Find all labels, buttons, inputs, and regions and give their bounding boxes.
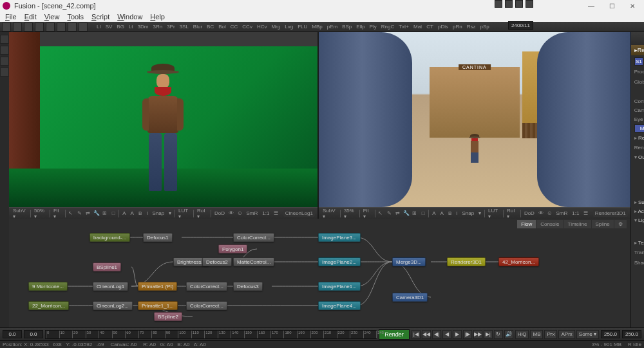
zoom-dropdown[interactable]: 50% ▾ xyxy=(33,208,48,219)
node-colorcorrect2[interactable]: ColorCorrect... xyxy=(186,282,227,291)
channel-A[interactable]: A xyxy=(431,210,437,216)
channel-A[interactable]: A xyxy=(439,210,445,216)
viewer-tool-icon[interactable]: □ xyxy=(420,210,426,217)
enable-lighting-check[interactable]: Enable Lighting xyxy=(639,226,644,237)
inspector-header[interactable]: Renderer3D1 xyxy=(631,45,644,55)
tool-CT[interactable]: CT xyxy=(425,24,435,30)
channel-I[interactable]: I xyxy=(145,210,149,216)
channel-normal[interactable]: Normal xyxy=(639,170,644,176)
rail-button[interactable] xyxy=(0,68,9,77)
tool-Mrg[interactable]: Mrg xyxy=(270,24,281,30)
channel-objectid[interactable]: ObjectID xyxy=(639,177,644,183)
tool-pSp[interactable]: pSp xyxy=(479,24,491,30)
tool-CC[interactable]: CC xyxy=(229,24,240,30)
copy-icon[interactable] xyxy=(46,23,55,32)
target-icon[interactable]: ⊙ xyxy=(236,210,243,217)
timeline-start[interactable]: 0.0 xyxy=(3,330,22,338)
tool-SV[interactable]: SV xyxy=(104,24,114,30)
rail-button[interactable] xyxy=(0,57,9,66)
eye-mono[interactable]: Mono xyxy=(634,124,644,133)
view-icon[interactable]: 👁 xyxy=(228,210,234,217)
tool-Lt[interactable]: Lt xyxy=(128,24,135,30)
rail-button[interactable] xyxy=(0,35,9,44)
viewer-tool-icon[interactable]: □ xyxy=(110,210,117,217)
node-defocus1[interactable]: Defocus1 xyxy=(143,233,173,242)
flag-mb[interactable]: MB xyxy=(530,330,543,339)
flow-node-graph[interactable]: FlowConsoleTimelineSpline⚙ background-..… xyxy=(9,219,630,327)
section-reporting[interactable]: Reporting xyxy=(634,134,644,142)
node-primatte1[interactable]: Primatte1 (Pt) xyxy=(138,282,177,291)
snap-menu[interactable]: ▾ xyxy=(167,210,173,216)
section-output-channels[interactable]: Output Channels xyxy=(634,154,644,161)
node-merge3d[interactable]: Merge3D... xyxy=(392,257,426,266)
zoom-dropdown[interactable]: 35% ▾ xyxy=(343,208,357,219)
dod-toggle[interactable]: DoD xyxy=(523,210,536,216)
node-cineonlog1[interactable]: CineonLog1 xyxy=(93,282,128,291)
dod-toggle[interactable]: DoD xyxy=(213,210,226,216)
tool-pRn[interactable]: pRn xyxy=(451,24,464,30)
fit-dropdown[interactable]: Fit ▾ xyxy=(362,208,373,219)
playback-button[interactable]: ◀| xyxy=(432,330,441,339)
menu-view[interactable]: View xyxy=(42,13,62,21)
node-colorcorrect3[interactable]: ColorCorrect... xyxy=(186,301,227,310)
node-background[interactable]: background-... xyxy=(90,233,130,242)
viewer-tool-icon[interactable]: 🔧 xyxy=(93,210,100,217)
tool-Ellp[interactable]: Ellp xyxy=(355,24,366,30)
node-cineonlog2[interactable]: CineonLog2... xyxy=(93,301,133,310)
channel-A[interactable]: A xyxy=(129,210,135,216)
menu-window[interactable]: Window xyxy=(115,13,145,21)
tool-Bol[interactable]: Bol xyxy=(217,24,227,30)
snap-toggle[interactable]: Snap xyxy=(460,210,475,216)
undo-icon[interactable] xyxy=(68,23,77,32)
node-bspline2[interactable]: BSpline2 xyxy=(154,312,182,321)
tool-Rsz[interactable]: Rsz xyxy=(466,24,477,30)
tool-LI[interactable]: LI xyxy=(95,24,102,30)
new-icon[interactable] xyxy=(2,23,11,32)
minimize-button[interactable]: — xyxy=(582,1,600,11)
playback-button[interactable]: ◀◀ xyxy=(422,330,431,339)
tool-Blur[interactable]: Blur xyxy=(192,24,204,30)
node-mattecontrol[interactable]: MatteControl... xyxy=(233,257,274,266)
channel-rgba[interactable]: RGBA xyxy=(639,163,644,169)
viewer-tool-icon[interactable]: ⇄ xyxy=(394,210,401,217)
node-renderer3d1[interactable]: Renderer3D1 xyxy=(447,257,486,266)
viewer-tool-icon[interactable]: ⊞ xyxy=(412,210,418,217)
save-icon[interactable] xyxy=(24,23,33,32)
channel-B[interactable]: B xyxy=(137,210,143,216)
viewer-tool-icon[interactable]: ⇄ xyxy=(84,210,91,217)
tool-Mat[interactable]: Mat xyxy=(412,24,423,30)
playback-button[interactable]: ▶ xyxy=(453,330,462,339)
playback-button[interactable]: ↻ xyxy=(494,330,503,339)
viewer-tool-icon[interactable]: ↖ xyxy=(377,210,384,217)
node-primatte1_1[interactable]: Primatte1_1... xyxy=(138,301,178,310)
roi-dropdown[interactable]: RoI ▾ xyxy=(506,208,518,219)
section-accumulation[interactable]: Accumulation Effects xyxy=(634,208,644,215)
nav-icon[interactable] xyxy=(526,0,533,8)
tool-3Pr[interactable]: 3Pr xyxy=(166,24,176,30)
flow-tab-flow[interactable]: Flow xyxy=(517,220,536,228)
tool-pEm[interactable]: pEm xyxy=(326,24,339,30)
channel-worldcoord[interactable]: WorldCoord xyxy=(639,184,644,190)
lut-dropdown[interactable]: LUT ▾ xyxy=(487,208,501,219)
tool-3Dm[interactable]: 3Dm xyxy=(137,24,150,30)
menu-script[interactable]: Script xyxy=(89,13,112,21)
tool-3Rn[interactable]: 3Rn xyxy=(151,24,164,30)
node-morricone42[interactable]: 42_Morricon... xyxy=(498,257,539,266)
viewer-tool-icon[interactable]: ↖ xyxy=(68,210,74,217)
flag-some[interactable]: Some ▾ xyxy=(576,330,599,339)
playback-button[interactable]: |▶ xyxy=(463,330,472,339)
viewer-left-canvas[interactable] xyxy=(9,32,317,207)
snap-menu[interactable]: ▾ xyxy=(477,210,482,216)
playback-button[interactable]: 🔊 xyxy=(504,330,513,339)
node-imageplane1[interactable]: ImagePlane1... xyxy=(318,282,361,291)
timeline-end2[interactable]: 250.0 xyxy=(622,330,641,338)
flow-tab-spline[interactable]: Spline xyxy=(592,220,614,228)
viewer-right-canvas[interactable] xyxy=(319,32,630,207)
close-button[interactable]: ✕ xyxy=(623,1,641,11)
timeline-ruler[interactable]: 0102030405060708090100110120130140150160… xyxy=(45,330,377,339)
tool-Lvg[interactable]: Lvg xyxy=(283,24,294,30)
tool-MBp[interactable]: MBp xyxy=(310,24,323,30)
tool-BSp[interactable]: BSp xyxy=(341,24,353,30)
section-texturing[interactable]: Texturing xyxy=(634,239,644,246)
playback-button[interactable]: |◀ xyxy=(412,330,421,339)
